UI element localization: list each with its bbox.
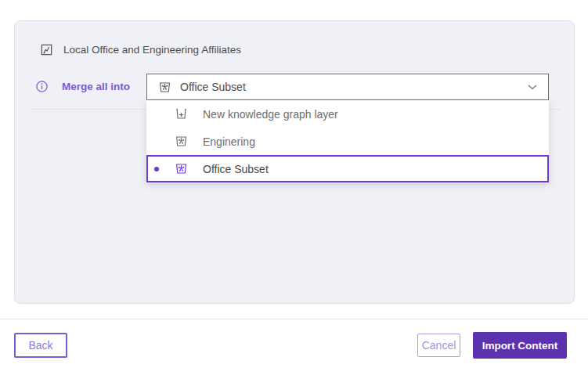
import-content-dialog: { "colors": { "accent_purple": "#5c32af"…: [0, 0, 588, 368]
back-button[interactable]: Back: [14, 333, 67, 358]
source-layer-row: Local Office and Engineering Affiliates: [40, 43, 241, 56]
menu-item-label: Enginering: [203, 135, 255, 148]
cancel-button[interactable]: Cancel: [417, 334, 460, 357]
import-content-button[interactable]: Import Content: [473, 332, 567, 359]
merge-target-dropdown-menu: New knowledge graph layer Enginering: [146, 100, 549, 182]
source-layer-label: Local Office and Engineering Affiliates: [63, 44, 241, 56]
info-icon[interactable]: [35, 80, 49, 93]
knowledge-graph-icon: [175, 162, 188, 175]
merge-target-value: Office Subset: [180, 81, 246, 93]
merge-target-combobox[interactable]: Office Subset: [146, 74, 549, 100]
menu-item-label: Office Subset: [203, 163, 269, 175]
import-options-panel: Local Office and Engineering Affiliates …: [14, 20, 575, 304]
knowledge-graph-icon: [158, 81, 171, 94]
new-knowledge-graph-layer-icon: [175, 107, 188, 121]
merge-all-into-label: Merge all into: [62, 81, 130, 92]
menu-item-enginering[interactable]: Enginering: [146, 128, 549, 155]
knowledge-graph-icon: [175, 135, 188, 148]
bullet-dot-icon: [154, 167, 159, 171]
menu-item-office-subset[interactable]: Office Subset: [146, 155, 549, 182]
chevron-down-icon: [528, 85, 537, 90]
chart-layer-icon: [40, 43, 53, 56]
menu-item-new-knowledge-graph-layer[interactable]: New knowledge graph layer: [146, 100, 549, 128]
menu-item-label: New knowledge graph layer: [203, 108, 338, 121]
merge-all-into-row: Merge all into: [35, 80, 130, 93]
footer-divider: [0, 319, 588, 319]
